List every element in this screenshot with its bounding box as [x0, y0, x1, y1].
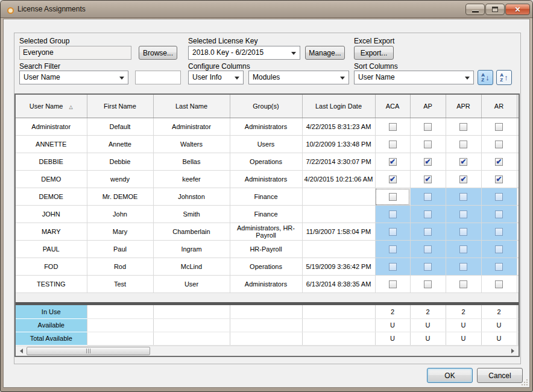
license-cell-ap[interactable]	[410, 136, 446, 153]
license-cell-ap[interactable]	[410, 223, 446, 241]
license-cell-apr[interactable]	[446, 188, 481, 206]
checkbox-unchecked[interactable]	[389, 141, 397, 148]
checkbox-unchecked[interactable]	[424, 141, 432, 148]
license-cell-apr[interactable]: ✔	[446, 171, 481, 188]
checkbox-unchecked[interactable]	[495, 141, 503, 148]
license-cell-ar[interactable]	[481, 188, 517, 206]
column-header-user-name[interactable]: User Name△	[16, 95, 87, 118]
checkbox-unchecked[interactable]	[495, 228, 503, 236]
license-cell-ar[interactable]	[481, 241, 517, 258]
license-key-select[interactable]: 2018.0 Key - 6/2/2015	[188, 46, 300, 60]
scroll-right-button[interactable]	[508, 346, 519, 356]
search-filter-select[interactable]: User Name	[19, 71, 128, 84]
checkbox-unchecked[interactable]	[389, 210, 397, 218]
column-header-ar[interactable]: AR	[481, 95, 517, 118]
license-cell-ap[interactable]	[410, 241, 446, 258]
resize-grip[interactable]	[520, 378, 528, 385]
license-cell-ap[interactable]	[410, 118, 446, 136]
configure-columns-select-1[interactable]: User Info	[188, 71, 244, 84]
checkbox-unchecked[interactable]	[459, 141, 467, 148]
search-input[interactable]	[135, 71, 181, 84]
maximize-button[interactable]	[485, 4, 505, 15]
checkbox-unchecked[interactable]	[389, 123, 397, 131]
checkbox-unchecked[interactable]	[389, 245, 397, 253]
checkbox-unchecked[interactable]	[459, 263, 467, 271]
license-cell-apr[interactable]	[446, 276, 481, 293]
column-header-aca[interactable]: ACA	[375, 95, 410, 118]
license-cell-apr[interactable]	[446, 258, 481, 276]
license-cell-ar[interactable]	[481, 136, 517, 153]
ok-button[interactable]: OK	[427, 368, 473, 383]
manage-button[interactable]: Manage...	[305, 46, 345, 60]
checkbox-checked[interactable]: ✔	[389, 158, 397, 166]
selected-group-field[interactable]: Everyone	[19, 46, 131, 60]
checkbox-checked[interactable]: ✔	[459, 175, 467, 183]
license-cell-ap[interactable]: ✔	[410, 171, 446, 188]
checkbox-unchecked[interactable]	[459, 245, 467, 253]
license-cell-ar[interactable]	[481, 206, 517, 223]
license-cell-ar[interactable]	[481, 258, 517, 276]
column-header-group-s[interactable]: Group(s)	[230, 95, 302, 118]
checkbox-checked[interactable]: ✔	[459, 158, 467, 166]
license-cell-apr[interactable]	[446, 241, 481, 258]
checkbox-unchecked[interactable]	[495, 123, 503, 131]
license-cell-aca[interactable]	[375, 136, 410, 153]
license-cell-apr[interactable]: ✔	[446, 153, 481, 171]
checkbox-unchecked[interactable]	[424, 263, 432, 271]
checkbox-unchecked[interactable]	[424, 245, 432, 253]
column-header-ap[interactable]: AP	[410, 95, 446, 118]
configure-columns-select-2[interactable]: Modules	[248, 71, 349, 84]
checkbox-unchecked[interactable]	[424, 228, 432, 236]
checkbox-checked[interactable]: ✔	[495, 175, 503, 183]
license-cell-ap[interactable]	[410, 258, 446, 276]
license-cell-aca[interactable]	[375, 223, 410, 241]
license-cell-aca[interactable]	[375, 276, 410, 293]
license-cell-apr[interactable]	[446, 136, 481, 153]
export-button[interactable]: Export...	[354, 46, 394, 60]
checkbox-unchecked[interactable]	[424, 123, 432, 131]
license-cell-ar[interactable]	[481, 276, 517, 293]
checkbox-checked[interactable]: ✔	[495, 158, 503, 166]
license-cell-aca[interactable]	[375, 188, 410, 206]
license-cell-aca[interactable]	[375, 118, 410, 136]
sort-ascending-button[interactable]: AZ ↓	[478, 70, 493, 85]
minimize-button[interactable]	[465, 4, 485, 15]
checkbox-unchecked[interactable]	[495, 193, 503, 201]
checkbox-unchecked[interactable]	[389, 263, 397, 271]
checkbox-checked[interactable]: ✔	[424, 175, 432, 183]
scrollbar-thumb[interactable]	[27, 347, 150, 355]
license-cell-ap[interactable]	[410, 206, 446, 223]
license-cell-ar[interactable]	[481, 223, 517, 241]
browse-button[interactable]: Browse...	[139, 46, 177, 60]
license-cell-ap[interactable]	[410, 276, 446, 293]
horizontal-scrollbar[interactable]	[16, 346, 519, 356]
checkbox-unchecked[interactable]	[459, 123, 467, 131]
checkbox-unchecked[interactable]	[389, 193, 397, 201]
checkbox-unchecked[interactable]	[424, 193, 432, 201]
license-cell-ar[interactable]: ✔	[481, 171, 517, 188]
checkbox-unchecked[interactable]	[495, 210, 503, 218]
column-header-last-login-date[interactable]: Last Login Date	[302, 95, 375, 118]
license-cell-ar[interactable]	[481, 118, 517, 136]
checkbox-unchecked[interactable]	[495, 245, 503, 253]
checkbox-unchecked[interactable]	[389, 280, 397, 288]
cancel-button[interactable]: Cancel	[477, 368, 523, 383]
license-cell-aca[interactable]: ✔	[375, 171, 410, 188]
checkbox-checked[interactable]: ✔	[424, 158, 432, 166]
checkbox-unchecked[interactable]	[424, 210, 432, 218]
license-cell-aca[interactable]	[375, 206, 410, 223]
column-header-last-name[interactable]: Last Name	[153, 95, 230, 118]
license-cell-ap[interactable]: ✔	[410, 153, 446, 171]
checkbox-unchecked[interactable]	[459, 228, 467, 236]
checkbox-unchecked[interactable]	[495, 280, 503, 288]
sort-descending-button[interactable]: AZ ↑	[496, 70, 512, 85]
title-bar[interactable]: License Assignments ✕	[1, 1, 532, 18]
scroll-left-button[interactable]	[16, 346, 26, 356]
checkbox-unchecked[interactable]	[424, 280, 432, 288]
checkbox-checked[interactable]: ✔	[389, 175, 397, 183]
sort-columns-select[interactable]: User Name	[354, 71, 474, 84]
checkbox-unchecked[interactable]	[459, 280, 467, 288]
checkbox-unchecked[interactable]	[389, 228, 397, 236]
checkbox-unchecked[interactable]	[495, 263, 503, 271]
license-cell-ap[interactable]	[410, 188, 446, 206]
